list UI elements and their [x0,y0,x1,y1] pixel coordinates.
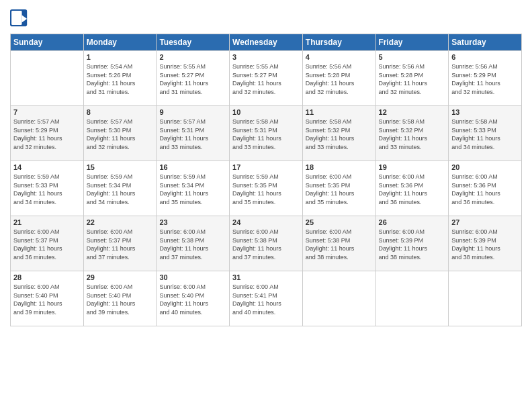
day-number: 2 [159,53,226,61]
calendar-cell: 18Sunrise: 6:00 AM Sunset: 5:35 PM Dayli… [302,161,375,216]
weekday-header-monday: Monday [83,34,157,51]
header-row: SundayMondayTuesdayWednesdayThursdayFrid… [11,34,522,51]
calendar-cell: 29Sunrise: 6:00 AM Sunset: 5:40 PM Dayli… [83,271,157,326]
calendar-cell: 26Sunrise: 6:00 AM Sunset: 5:39 PM Dayli… [375,216,449,271]
day-info: Sunrise: 6:00 AM Sunset: 5:37 PM Dayligh… [87,228,154,261]
day-number: 22 [87,218,154,226]
calendar-cell: 30Sunrise: 6:00 AM Sunset: 5:40 PM Dayli… [157,271,230,326]
day-info: Sunrise: 6:00 AM Sunset: 5:39 PM Dayligh… [379,228,446,261]
page-container: SundayMondayTuesdayWednesdayThursdayFrid… [0,0,532,333]
calendar-cell [375,271,449,326]
day-number: 27 [451,218,519,226]
day-number: 4 [306,53,373,61]
day-info: Sunrise: 6:00 AM Sunset: 5:41 PM Dayligh… [232,283,300,316]
day-number: 30 [159,273,226,281]
calendar-cell: 3Sunrise: 5:55 AM Sunset: 5:27 PM Daylig… [230,51,303,106]
day-number: 19 [379,163,446,171]
day-number: 5 [379,53,446,61]
day-number: 11 [306,108,373,116]
week-row-5: 28Sunrise: 6:00 AM Sunset: 5:40 PM Dayli… [11,271,522,326]
day-info: Sunrise: 5:58 AM Sunset: 5:32 PM Dayligh… [306,118,373,151]
calendar-cell: 5Sunrise: 5:56 AM Sunset: 5:28 PM Daylig… [375,51,449,106]
day-info: Sunrise: 5:59 AM Sunset: 5:33 PM Dayligh… [13,173,81,206]
calendar-cell: 19Sunrise: 6:00 AM Sunset: 5:36 PM Dayli… [375,161,449,216]
day-number: 3 [232,53,300,61]
calendar-cell: 25Sunrise: 6:00 AM Sunset: 5:38 PM Dayli… [302,216,375,271]
calendar-cell: 20Sunrise: 6:00 AM Sunset: 5:36 PM Dayli… [449,161,522,216]
calendar-cell: 24Sunrise: 6:00 AM Sunset: 5:38 PM Dayli… [230,216,303,271]
day-number: 9 [159,108,226,116]
calendar-cell: 22Sunrise: 6:00 AM Sunset: 5:37 PM Dayli… [83,216,157,271]
day-number: 1 [87,53,154,61]
day-info: Sunrise: 5:56 AM Sunset: 5:28 PM Dayligh… [379,62,446,96]
day-info: Sunrise: 5:57 AM Sunset: 5:31 PM Dayligh… [159,118,226,151]
day-info: Sunrise: 5:57 AM Sunset: 5:29 PM Dayligh… [13,118,81,151]
calendar-cell: 11Sunrise: 5:58 AM Sunset: 5:32 PM Dayli… [302,106,375,161]
day-info: Sunrise: 5:59 AM Sunset: 5:34 PM Dayligh… [87,173,154,206]
calendar-cell: 10Sunrise: 5:58 AM Sunset: 5:31 PM Dayli… [230,106,303,161]
day-number: 24 [232,218,300,226]
day-info: Sunrise: 5:56 AM Sunset: 5:28 PM Dayligh… [306,62,373,96]
day-info: Sunrise: 6:00 AM Sunset: 5:40 PM Dayligh… [13,283,81,316]
day-info: Sunrise: 6:00 AM Sunset: 5:39 PM Dayligh… [451,228,519,261]
day-info: Sunrise: 5:56 AM Sunset: 5:29 PM Dayligh… [451,62,519,96]
day-number: 13 [451,108,519,116]
day-number: 25 [306,218,373,226]
header [10,7,522,28]
day-info: Sunrise: 5:55 AM Sunset: 5:27 PM Dayligh… [159,62,226,96]
day-number: 21 [13,218,81,226]
day-info: Sunrise: 6:00 AM Sunset: 5:38 PM Dayligh… [232,228,300,261]
day-info: Sunrise: 6:00 AM Sunset: 5:36 PM Dayligh… [451,173,519,206]
day-number: 29 [87,273,154,281]
day-number: 18 [306,163,373,171]
calendar-cell: 14Sunrise: 5:59 AM Sunset: 5:33 PM Dayli… [11,161,84,216]
weekday-header-wednesday: Wednesday [230,34,303,51]
day-info: Sunrise: 5:55 AM Sunset: 5:27 PM Dayligh… [232,62,300,96]
day-number: 10 [232,108,300,116]
calendar-cell: 27Sunrise: 6:00 AM Sunset: 5:39 PM Dayli… [449,216,522,271]
calendar-cell: 13Sunrise: 5:58 AM Sunset: 5:33 PM Dayli… [449,106,522,161]
day-info: Sunrise: 6:00 AM Sunset: 5:37 PM Dayligh… [13,228,81,261]
week-row-3: 14Sunrise: 5:59 AM Sunset: 5:33 PM Dayli… [11,161,522,216]
calendar-table: SundayMondayTuesdayWednesdayThursdayFrid… [10,34,522,326]
calendar-cell: 7Sunrise: 5:57 AM Sunset: 5:29 PM Daylig… [11,106,84,161]
calendar-cell [449,271,522,326]
day-number: 15 [87,163,154,171]
day-info: Sunrise: 6:00 AM Sunset: 5:38 PM Dayligh… [306,228,373,261]
calendar-cell: 12Sunrise: 5:58 AM Sunset: 5:32 PM Dayli… [375,106,449,161]
logo-icon [10,9,29,28]
weekday-header-saturday: Saturday [449,34,522,51]
day-number: 20 [451,163,519,171]
day-info: Sunrise: 5:57 AM Sunset: 5:30 PM Dayligh… [87,118,154,151]
calendar-cell: 9Sunrise: 5:57 AM Sunset: 5:31 PM Daylig… [157,106,230,161]
weekday-header-friday: Friday [375,34,449,51]
calendar-cell: 4Sunrise: 5:56 AM Sunset: 5:28 PM Daylig… [302,51,375,106]
calendar-cell: 23Sunrise: 6:00 AM Sunset: 5:38 PM Dayli… [157,216,230,271]
day-info: Sunrise: 5:59 AM Sunset: 5:35 PM Dayligh… [232,173,300,206]
calendar-cell: 8Sunrise: 5:57 AM Sunset: 5:30 PM Daylig… [83,106,157,161]
day-info: Sunrise: 6:00 AM Sunset: 5:38 PM Dayligh… [159,228,226,261]
weekday-header-tuesday: Tuesday [157,34,230,51]
day-number: 6 [451,53,519,61]
week-row-1: 1Sunrise: 5:54 AM Sunset: 5:26 PM Daylig… [11,51,522,106]
day-info: Sunrise: 5:58 AM Sunset: 5:33 PM Dayligh… [451,118,519,151]
day-number: 14 [13,163,81,171]
day-info: Sunrise: 5:58 AM Sunset: 5:32 PM Dayligh… [379,118,446,151]
calendar-cell: 6Sunrise: 5:56 AM Sunset: 5:29 PM Daylig… [449,51,522,106]
svg-rect-1 [11,11,21,25]
calendar-cell: 31Sunrise: 6:00 AM Sunset: 5:41 PM Dayli… [230,271,303,326]
calendar-cell: 1Sunrise: 5:54 AM Sunset: 5:26 PM Daylig… [83,51,157,106]
weekday-header-thursday: Thursday [302,34,375,51]
day-info: Sunrise: 6:00 AM Sunset: 5:40 PM Dayligh… [87,283,154,316]
calendar-cell: 28Sunrise: 6:00 AM Sunset: 5:40 PM Dayli… [11,271,84,326]
calendar-cell [11,51,84,106]
calendar-cell: 16Sunrise: 5:59 AM Sunset: 5:34 PM Dayli… [157,161,230,216]
day-number: 16 [159,163,226,171]
day-info: Sunrise: 5:54 AM Sunset: 5:26 PM Dayligh… [87,62,154,96]
day-number: 7 [13,108,81,116]
calendar-cell: 17Sunrise: 5:59 AM Sunset: 5:35 PM Dayli… [230,161,303,216]
day-number: 28 [13,273,81,281]
logo [10,9,30,28]
calendar-cell [302,271,375,326]
day-info: Sunrise: 6:00 AM Sunset: 5:40 PM Dayligh… [159,283,226,316]
